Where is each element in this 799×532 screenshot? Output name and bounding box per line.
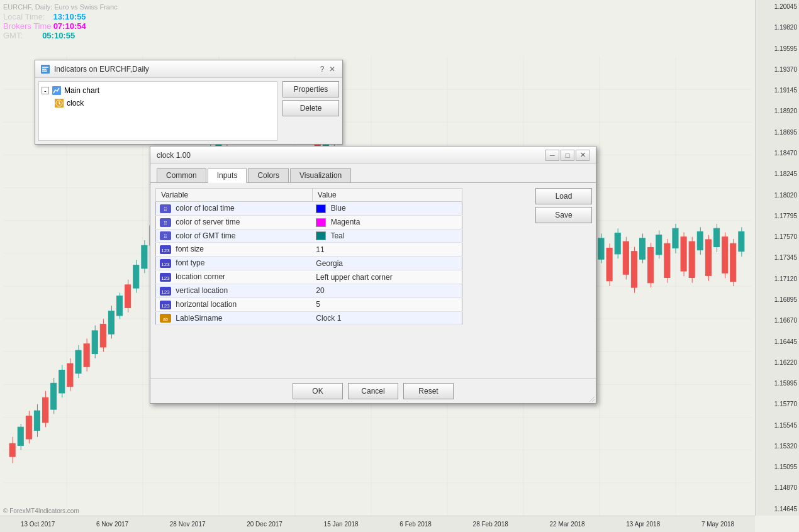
svg-rect-55 bbox=[142, 245, 147, 269]
tab-inputs[interactable]: Inputs bbox=[208, 168, 247, 183]
gmt-label: GMT: bbox=[3, 31, 23, 40]
svg-rect-23 bbox=[9, 443, 15, 457]
date-label-10: 7 May 2018 bbox=[701, 521, 734, 528]
table-row[interactable]: 123 location corner Left upper chart cor… bbox=[156, 270, 462, 284]
gmt-value: 05:10:55 bbox=[42, 31, 75, 40]
svg-rect-51 bbox=[125, 285, 131, 308]
date-label-6: 6 Feb 2018 bbox=[400, 521, 432, 528]
close-button[interactable]: ✕ bbox=[327, 64, 337, 74]
inputs-area: Variable Value ⠿ color of local time Blu… bbox=[150, 183, 596, 330]
svg-rect-185 bbox=[730, 243, 736, 281]
delete-button[interactable]: Delete bbox=[282, 100, 339, 116]
date-label-8: 22 Mar 2018 bbox=[549, 521, 584, 528]
svg-rect-37 bbox=[67, 363, 73, 387]
table-row[interactable]: ab LableSirname Clock 1 bbox=[156, 311, 462, 325]
svg-text:⠿: ⠿ bbox=[164, 221, 167, 226]
svg-rect-49 bbox=[117, 296, 123, 316]
minimize-button[interactable]: ─ bbox=[545, 150, 559, 161]
help-button[interactable]: ? bbox=[317, 64, 327, 74]
svg-text:ab: ab bbox=[163, 317, 168, 321]
svg-rect-39 bbox=[75, 350, 81, 374]
close-dialog-button[interactable]: ✕ bbox=[576, 150, 589, 161]
date-label-5: 15 Jan 2018 bbox=[324, 521, 359, 528]
svg-text:⠿: ⠿ bbox=[164, 234, 167, 240]
reset-button[interactable]: Reset bbox=[403, 383, 454, 399]
table-wrapper: Variable Value ⠿ color of local time Blu… bbox=[150, 183, 533, 330]
clock-dialog: clock 1.00 ─ □ ✕ Common Inputs Colors Vi… bbox=[150, 146, 596, 404]
clock-dialog-title: clock 1.00 bbox=[157, 151, 544, 160]
svg-rect-165 bbox=[648, 247, 654, 282]
date-label-9: 13 Apr 2018 bbox=[626, 521, 660, 528]
date-label-3: 28 Nov 2017 bbox=[170, 521, 206, 528]
cancel-button[interactable]: Cancel bbox=[348, 383, 398, 399]
color-swatch-local bbox=[316, 204, 326, 213]
svg-rect-43 bbox=[92, 331, 98, 354]
tree-expand-btn[interactable]: - bbox=[42, 87, 49, 94]
price-axis: 1.20045 1.19820 1.19595 1.19370 1.19145 … bbox=[755, 0, 799, 516]
svg-rect-175 bbox=[689, 241, 695, 277]
svg-rect-183 bbox=[722, 237, 728, 273]
color-swatch-gmt bbox=[316, 231, 326, 240]
table-row[interactable]: ⠿ color of server time Magenta bbox=[156, 215, 462, 229]
tree-clock-label: clock bbox=[67, 99, 84, 108]
svg-rect-33 bbox=[51, 383, 57, 409]
tab-visualization[interactable]: Visualization bbox=[290, 168, 351, 182]
table-row[interactable]: 123 font type Georgia bbox=[156, 257, 462, 270]
svg-text:123: 123 bbox=[161, 289, 170, 295]
save-button[interactable]: Save bbox=[535, 207, 592, 223]
ok-button[interactable]: OK bbox=[293, 383, 343, 399]
load-button[interactable]: Load bbox=[535, 188, 592, 204]
svg-rect-187 bbox=[739, 231, 744, 251]
svg-text:123: 123 bbox=[161, 275, 170, 281]
svg-rect-153 bbox=[598, 238, 604, 259]
svg-rect-179 bbox=[705, 240, 711, 275]
indicators-dialog-content: - Main chart bbox=[35, 78, 342, 144]
properties-button[interactable]: Properties bbox=[282, 81, 339, 97]
indicators-dialog-buttons: Properties Delete bbox=[282, 81, 339, 141]
svg-rect-177 bbox=[697, 231, 703, 250]
resize-handle[interactable] bbox=[588, 396, 596, 403]
table-row[interactable]: ⠿ color of local time Blue bbox=[156, 202, 462, 216]
tree-clock-icon bbox=[54, 98, 64, 108]
date-label-7: 28 Feb 2018 bbox=[473, 521, 508, 528]
tab-colors[interactable]: Colors bbox=[248, 168, 289, 182]
svg-rect-31 bbox=[43, 397, 48, 423]
col-value: Value bbox=[312, 189, 462, 202]
date-label-2: 6 Nov 2017 bbox=[96, 521, 128, 528]
table-row[interactable]: 123 horizontal location 5 bbox=[156, 297, 462, 311]
copyright: © ForexMT4Indicators.com bbox=[3, 507, 79, 514]
table-row[interactable]: ⠿ color of GMT time Teal bbox=[156, 229, 462, 243]
local-time-value: 13:10:55 bbox=[53, 12, 86, 21]
maximize-button[interactable]: □ bbox=[561, 150, 574, 161]
svg-rect-169 bbox=[664, 243, 670, 277]
indicators-dialog: Indicators on EURCHF,Daily ? ✕ - Main ch… bbox=[35, 60, 343, 145]
svg-rect-25 bbox=[18, 427, 23, 445]
table-row[interactable]: 123 font size 11 bbox=[156, 243, 462, 257]
tree-main-chart-label: Main chart bbox=[64, 86, 99, 95]
svg-rect-35 bbox=[59, 370, 65, 393]
svg-rect-155 bbox=[606, 248, 612, 281]
tree-chart-icon bbox=[52, 86, 62, 96]
svg-rect-27 bbox=[26, 416, 31, 439]
broker-time-value: 07:10:54 bbox=[53, 21, 86, 31]
chart-title: EURCHF, Daily: Euro vs Swiss Franc bbox=[3, 3, 118, 11]
color-swatch-server bbox=[316, 218, 326, 227]
svg-text:123: 123 bbox=[161, 303, 170, 309]
local-time-label: Local Time: bbox=[3, 12, 45, 21]
chart-header: EURCHF, Daily: Euro vs Swiss Franc Local… bbox=[3, 3, 118, 40]
tree-main-chart: - Main chart bbox=[42, 84, 274, 97]
clock-titlebar: clock 1.00 ─ □ ✕ bbox=[150, 147, 596, 164]
svg-rect-45 bbox=[100, 324, 106, 347]
svg-rect-163 bbox=[640, 238, 645, 259]
inputs-table: Variable Value ⠿ color of local time Blu… bbox=[155, 188, 462, 325]
svg-rect-161 bbox=[631, 252, 637, 287]
broker-time-label: Brokers Time bbox=[3, 21, 52, 31]
tabs-bar: Common Inputs Colors Visualization bbox=[150, 164, 596, 183]
svg-rect-53 bbox=[133, 265, 139, 289]
svg-rect-47 bbox=[108, 311, 114, 334]
svg-rect-181 bbox=[713, 228, 719, 247]
tab-common[interactable]: Common bbox=[157, 168, 206, 182]
tree-clock-item[interactable]: clock bbox=[54, 97, 274, 109]
dialog-icon bbox=[40, 64, 50, 74]
table-row[interactable]: 123 vertical location 20 bbox=[156, 284, 462, 297]
